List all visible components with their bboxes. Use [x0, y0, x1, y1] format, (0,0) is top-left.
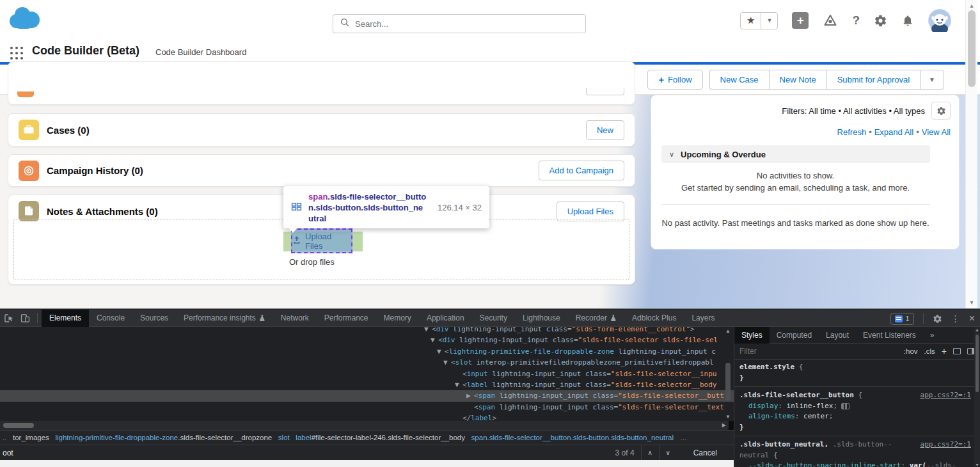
- toggle-element-state[interactable]: :hov: [904, 347, 918, 355]
- setup-gear-icon[interactable]: [874, 14, 887, 28]
- star-icon[interactable]: ★: [741, 15, 761, 26]
- quick-create-button[interactable]: +: [792, 12, 809, 29]
- toggle-class[interactable]: .cls: [924, 347, 935, 355]
- tab-computed[interactable]: Computed: [770, 327, 819, 344]
- tab-memory[interactable]: Memory: [376, 310, 419, 327]
- tab-application[interactable]: Application: [419, 310, 472, 327]
- more-actions-caret[interactable]: ▼: [920, 70, 944, 90]
- chevron-down-icon[interactable]: ▼: [761, 13, 777, 29]
- scroll-up-arrow[interactable]: ▲: [974, 328, 980, 332]
- tab-network[interactable]: Network: [273, 310, 317, 327]
- dom-node-selected[interactable]: ▶<span lightning-input_input class="slds…: [0, 390, 734, 401]
- scroll-up-arrow[interactable]: ▲: [966, 3, 977, 9]
- campaign-history-title[interactable]: Campaign History (0): [47, 165, 531, 176]
- devtools-settings-gear-icon[interactable]: [933, 314, 942, 324]
- dom-node[interactable]: ▼<div lightning-input_input class="slds-…: [0, 335, 734, 345]
- style-rule-selector[interactable]: app.css?2=:1.slds-file-selector__button …: [739, 390, 980, 401]
- tab-console[interactable]: Console: [89, 310, 132, 327]
- stylesheet-link[interactable]: app.css?2=:1: [921, 390, 971, 401]
- style-declaration[interactable]: align-items: center;: [739, 411, 980, 422]
- more-tabs-chevron[interactable]: »: [923, 327, 942, 344]
- scrollbar-thumb[interactable]: [968, 10, 976, 87]
- find-cancel-button[interactable]: Cancel: [677, 448, 734, 457]
- global-search[interactable]: [333, 14, 586, 33]
- trailhead-icon[interactable]: [823, 13, 838, 28]
- tab-sources[interactable]: Sources: [132, 310, 176, 327]
- close-devtools-icon[interactable]: ×: [969, 313, 975, 324]
- salesforce-logo-icon[interactable]: [6, 5, 42, 35]
- expand-all-link[interactable]: Expand All: [874, 127, 913, 137]
- favorites-button[interactable]: ★ ▼: [740, 12, 778, 29]
- scroll-down-arrow[interactable]: ▼: [966, 299, 977, 306]
- tab-performance[interactable]: Performance: [317, 310, 376, 327]
- tab-event-listeners[interactable]: Event Listeners: [856, 327, 923, 344]
- tab-elements[interactable]: Elements: [42, 310, 89, 327]
- elements-tree-scrollbar[interactable]: ▲ ▼: [723, 328, 733, 420]
- cases-title[interactable]: Cases (0): [47, 125, 578, 136]
- scrollbar-thumb[interactable]: [3, 423, 34, 428]
- scrollbar-thumb[interactable]: [976, 335, 979, 392]
- tab-performance-insights[interactable]: Performance insights: [176, 310, 273, 327]
- app-name[interactable]: Code Builder (Beta): [32, 44, 139, 58]
- color-format-icon[interactable]: [953, 348, 961, 354]
- upload-files-header-button[interactable]: Upload Files: [557, 202, 624, 221]
- notifications-bell-icon[interactable]: [901, 14, 914, 27]
- new-case-related-button[interactable]: New: [586, 120, 624, 140]
- dom-breadcrumbs[interactable]: .. tor_images lightning-primitive-file-d…: [0, 430, 734, 445]
- scroll-up-arrow[interactable]: ▲: [723, 328, 733, 334]
- dom-node[interactable]: ▼<slot interop-primitivefiledroppablezon…: [0, 357, 734, 368]
- chevron-down-icon[interactable]: ∨: [669, 150, 674, 159]
- tab-layers[interactable]: Layers: [684, 310, 722, 327]
- view-all-link[interactable]: View All: [922, 127, 951, 137]
- upcoming-overdue-section-header[interactable]: ∨ Upcoming & Overdue: [661, 145, 930, 163]
- styles-filter-input[interactable]: [739, 347, 835, 356]
- tab-styles[interactable]: Styles: [734, 327, 770, 344]
- flex-editor-icon[interactable]: [841, 403, 850, 409]
- find-input[interactable]: [0, 448, 384, 457]
- inspect-element-icon[interactable]: [0, 310, 17, 326]
- activity-settings-button[interactable]: [931, 102, 951, 120]
- dom-node[interactable]: </label>: [0, 413, 734, 421]
- activity-filters-summary[interactable]: Filters: All time • All activities • All…: [782, 106, 925, 116]
- add-to-campaign-button[interactable]: Add to Campaign: [539, 161, 624, 180]
- scroll-right-arrow[interactable]: ▶: [722, 422, 726, 428]
- scroll-down-arrow[interactable]: ▼: [723, 414, 733, 420]
- tab-adblock-plus[interactable]: Adblock Plus: [624, 310, 684, 327]
- avatar[interactable]: [928, 9, 951, 32]
- device-toolbar-icon[interactable]: [17, 310, 33, 326]
- follow-button[interactable]: + Follow: [647, 70, 702, 90]
- stylesheet-link[interactable]: app.css?2=:1: [921, 439, 971, 450]
- refresh-link[interactable]: Refresh: [837, 127, 867, 137]
- styles-scrollbar[interactable]: ▲ ▼: [974, 327, 980, 467]
- scroll-down-arrow[interactable]: ▼: [974, 463, 980, 467]
- find-next-button[interactable]: ∨: [659, 445, 677, 461]
- help-icon[interactable]: ?: [852, 13, 860, 28]
- new-style-rule-button[interactable]: +: [942, 346, 947, 356]
- find-previous-button[interactable]: ∧: [641, 445, 659, 461]
- dom-node[interactable]: ▼<lightning-primitive-file-droppable-zon…: [0, 346, 734, 357]
- elements-hscrollbar[interactable]: ▶: [0, 421, 734, 430]
- style-declaration[interactable]: display: inline-flex;: [739, 401, 980, 412]
- style-rule-selector[interactable]: element.style {: [739, 362, 980, 373]
- page-scrollbar[interactable]: ▲ ▼: [965, 0, 977, 308]
- new-note-button[interactable]: New Note: [769, 70, 826, 90]
- style-declaration[interactable]: --slds-c-button-spacing-inline-start: va…: [739, 461, 980, 467]
- tab-lighthouse[interactable]: Lighthouse: [515, 310, 568, 327]
- tab-security[interactable]: Security: [472, 310, 515, 327]
- tab-recorder[interactable]: Recorder: [568, 310, 624, 327]
- related-list-action-partial[interactable]: [586, 88, 624, 95]
- dom-node[interactable]: <input lightning-input_input class="slds…: [0, 368, 734, 379]
- search-input[interactable]: [355, 19, 579, 29]
- dom-node[interactable]: ▼<label lightning-input_input class="sld…: [0, 379, 734, 390]
- app-launcher-icon[interactable]: [10, 47, 23, 59]
- issues-counter[interactable]: 1: [890, 313, 914, 325]
- upload-files-dropzone-button[interactable]: Upload Files: [291, 228, 352, 253]
- nav-tab-dashboard[interactable]: Code Builder Dashboard: [155, 47, 246, 57]
- scrollbar-thumb[interactable]: [725, 363, 731, 401]
- more-options-icon[interactable]: ⋮: [951, 313, 960, 324]
- dom-node[interactable]: <span lightning-input_input class="slds-…: [0, 402, 734, 413]
- submit-for-approval-button[interactable]: Submit for Approval: [826, 70, 920, 90]
- style-rule-selector[interactable]: app.css?2=:1.slds-button_neutral, .slds-…: [739, 439, 980, 450]
- new-case-button[interactable]: New Case: [709, 70, 769, 90]
- dom-node[interactable]: ▼<div lightning-input_input class="slds-…: [0, 327, 734, 335]
